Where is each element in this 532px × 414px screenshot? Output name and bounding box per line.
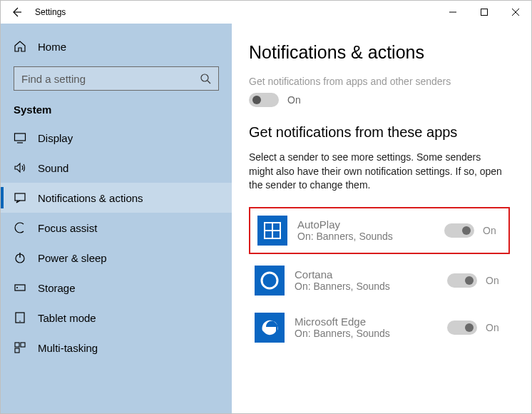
app-name: Microsoft Edge xyxy=(295,315,437,328)
page-title: Notifications & actions xyxy=(249,42,510,63)
svg-rect-15 xyxy=(15,343,19,347)
app-name: AutoPlay xyxy=(297,218,434,231)
window-title: Settings xyxy=(32,7,66,17)
app-toggle-wrap: On xyxy=(447,320,504,335)
global-notifications-desc: Get notifications from apps and other se… xyxy=(249,76,510,87)
sidebar-item-label: Storage xyxy=(38,282,76,294)
global-notifications-toggle-row: On xyxy=(249,93,510,107)
toggle-knob xyxy=(465,323,474,332)
svg-point-4 xyxy=(201,74,208,81)
apps-help-text: Select a sender to see more settings. So… xyxy=(249,151,506,193)
apps-heading: Get notifications from these apps xyxy=(249,124,510,141)
app-toggle-wrap: On xyxy=(444,223,501,238)
svg-rect-8 xyxy=(15,193,25,201)
app-text: Cortana On: Banners, Sounds xyxy=(295,268,437,292)
sidebar-item-tablet-mode[interactable]: Tablet mode xyxy=(1,303,232,333)
search-icon xyxy=(200,73,211,84)
app-status: On: Banners, Sounds xyxy=(295,328,437,339)
close-icon xyxy=(511,8,520,16)
app-row-edge[interactable]: Microsoft Edge On: Banners, Sounds On xyxy=(249,304,510,351)
cortana-toggle[interactable] xyxy=(447,273,477,288)
svg-rect-16 xyxy=(21,343,25,347)
sidebar-item-label: Notifications & actions xyxy=(38,192,143,204)
app-toggle-wrap: On xyxy=(447,273,504,288)
svg-rect-1 xyxy=(481,9,488,16)
sidebar-item-notifications[interactable]: Notifications & actions xyxy=(1,183,232,213)
search-box[interactable] xyxy=(14,66,219,91)
edge-toggle[interactable] xyxy=(447,320,477,335)
display-icon xyxy=(14,131,26,144)
power-icon xyxy=(14,251,26,264)
edge-icon xyxy=(255,313,285,343)
global-notifications-toggle-label: On xyxy=(287,94,301,106)
svg-point-14 xyxy=(19,320,21,322)
toggle-knob xyxy=(252,96,261,104)
sidebar-item-label: Tablet mode xyxy=(38,312,96,324)
toggle-knob xyxy=(465,276,474,285)
sidebar-item-storage[interactable]: Storage xyxy=(1,273,232,303)
window-body: Home System Display Sound xyxy=(1,24,531,413)
cortana-icon xyxy=(255,266,285,296)
toggle-knob xyxy=(462,226,471,235)
sidebar-item-label: Multi-tasking xyxy=(38,342,98,354)
app-text: AutoPlay On: Banners, Sounds xyxy=(297,218,434,242)
minimize-icon xyxy=(449,8,457,16)
maximize-button[interactable] xyxy=(469,1,500,24)
svg-point-12 xyxy=(16,287,18,288)
focus-assist-icon xyxy=(14,221,26,234)
notifications-icon xyxy=(14,191,26,204)
svg-rect-6 xyxy=(15,133,26,141)
tablet-icon xyxy=(14,311,26,324)
sidebar-section-label: System xyxy=(1,101,232,123)
autoplay-toggle[interactable] xyxy=(444,223,474,238)
storage-icon xyxy=(14,281,26,294)
app-toggle-label: On xyxy=(483,225,501,236)
app-toggle-label: On xyxy=(486,322,504,333)
sidebar-item-label: Display xyxy=(38,132,73,144)
main-panel: Notifications & actions Get notification… xyxy=(232,24,531,413)
app-toggle-label: On xyxy=(486,275,504,286)
svg-rect-22 xyxy=(255,266,285,296)
titlebar: Settings xyxy=(1,1,531,24)
arrow-left-icon xyxy=(11,6,22,18)
sidebar-item-multitasking[interactable]: Multi-tasking xyxy=(1,333,232,363)
sidebar-item-power-sleep[interactable]: Power & sleep xyxy=(1,243,232,273)
multitasking-icon xyxy=(14,341,26,354)
sidebar-item-display[interactable]: Display xyxy=(1,123,232,153)
global-notifications-toggle[interactable] xyxy=(249,93,279,107)
close-button[interactable] xyxy=(500,1,531,24)
search-input[interactable] xyxy=(21,73,194,85)
back-button[interactable] xyxy=(1,1,32,24)
sound-icon xyxy=(14,161,26,174)
svg-rect-17 xyxy=(15,348,19,353)
home-icon xyxy=(14,40,26,53)
sidebar-home-label: Home xyxy=(38,41,66,53)
sidebar-home[interactable]: Home xyxy=(1,32,232,61)
sidebar-item-sound[interactable]: Sound xyxy=(1,153,232,183)
app-status: On: Banners, Sounds xyxy=(295,281,437,292)
app-text: Microsoft Edge On: Banners, Sounds xyxy=(295,315,437,339)
app-row-cortana[interactable]: Cortana On: Banners, Sounds On xyxy=(249,257,510,304)
app-name: Cortana xyxy=(295,268,437,281)
sidebar: Home System Display Sound xyxy=(1,24,232,413)
maximize-icon xyxy=(480,8,488,16)
app-row-autoplay[interactable]: AutoPlay On: Banners, Sounds On xyxy=(249,207,510,254)
settings-window: Settings Home System xyxy=(0,0,532,414)
sidebar-item-label: Sound xyxy=(38,162,68,174)
sidebar-nav: Display Sound Notifications & actions Fo… xyxy=(1,123,232,363)
svg-line-5 xyxy=(208,81,210,84)
autoplay-icon xyxy=(257,216,287,246)
sidebar-item-label: Focus assist xyxy=(38,222,97,234)
sidebar-item-label: Power & sleep xyxy=(38,252,107,264)
app-status: On: Banners, Sounds xyxy=(297,231,434,242)
sidebar-item-focus-assist[interactable]: Focus assist xyxy=(1,213,232,243)
minimize-button[interactable] xyxy=(437,1,469,24)
